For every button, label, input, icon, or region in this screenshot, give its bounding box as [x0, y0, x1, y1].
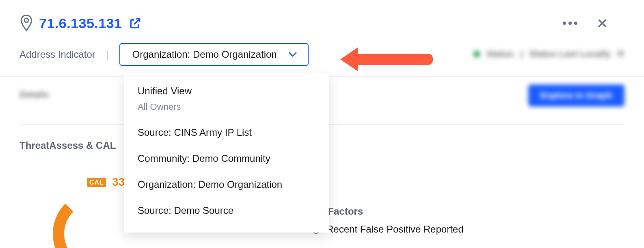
svg-point-0 — [24, 18, 28, 22]
dropdown-item-community-demo[interactable]: Community: Demo Community — [124, 146, 329, 172]
threatassess-section-title: ThreatAssess & CAL — [19, 140, 116, 151]
indicator-type-label: Address Indicator — [19, 49, 95, 60]
dropdown-item-unified-sub: All Owners — [124, 102, 329, 118]
cal-badge: CAL — [87, 178, 106, 187]
details-heading-blurred: Details — [19, 89, 49, 100]
owner-dropdown-selected: Organization: Demo Organization — [132, 49, 277, 60]
impact-factors-heading: act Factors — [311, 206, 464, 217]
chevron-down-icon — [288, 52, 297, 57]
status-area-blurred: Status | Status Last Locally ⟳ — [473, 49, 625, 59]
impact-factor-text: Recent False Positive Reported — [326, 224, 464, 235]
dropdown-item-unified-view[interactable]: Unified View — [124, 80, 329, 102]
owner-dropdown-button[interactable]: Organization: Demo Organization — [119, 43, 309, 66]
dropdown-item-source-cins[interactable]: Source: CINS Army IP List — [124, 120, 329, 146]
annotation-arrow — [340, 47, 433, 72]
owner-dropdown-menu: Unified View All Owners Source: CINS Arm… — [124, 73, 329, 233]
external-link-icon[interactable] — [129, 17, 142, 30]
svg-point-1 — [563, 22, 566, 25]
svg-point-2 — [568, 22, 572, 25]
dropdown-item-source-demo[interactable]: Source: Demo Source — [124, 198, 329, 224]
explore-button-blurred: Explore in Graph — [528, 85, 625, 107]
close-icon[interactable] — [596, 17, 608, 29]
svg-point-3 — [574, 22, 577, 25]
separator: | — [106, 48, 109, 61]
location-pin-icon — [19, 15, 33, 32]
ip-address-link[interactable]: 71.6.135.131 — [39, 15, 122, 31]
dropdown-item-org-demo[interactable]: Organization: Demo Organization — [124, 172, 329, 198]
more-options-icon[interactable] — [562, 21, 578, 26]
impact-factor-item: Recent False Positive Reported — [311, 224, 464, 235]
